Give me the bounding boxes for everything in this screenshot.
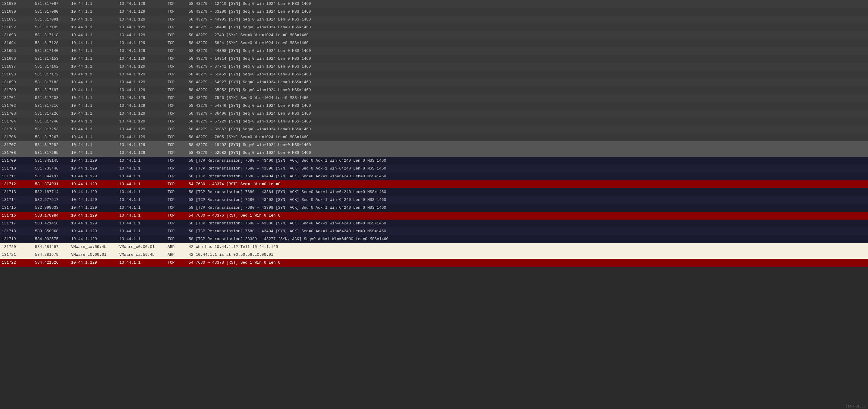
- cell: 58 43279 → 32867 [SYN] Seq=0 Win=1024 Le…: [187, 125, 868, 133]
- table-row[interactable]: 131703581.31722610.44.1.110.44.1.129TCP5…: [0, 110, 868, 118]
- table-row[interactable]: 131712581.87493110.44.1.12910.44.1.1TCP5…: [0, 180, 868, 188]
- cell: 10.44.1.1: [118, 173, 166, 180]
- table-row[interactable]: 131693581.31711810.44.1.110.44.1.129TCP5…: [0, 31, 868, 39]
- cell: 581.317153: [33, 55, 69, 63]
- cell: TCP: [166, 188, 187, 196]
- cell: 54 7680 → 43376 [RST] Seq=1 Win=0 Len=0: [187, 212, 868, 220]
- cell: 131703: [0, 110, 33, 118]
- table-row[interactable]: 131702581.31721610.44.1.110.44.1.129TCP5…: [0, 102, 868, 110]
- cell: 584.281497: [33, 243, 69, 251]
- table-row[interactable]: 131707581.31728210.44.1.110.44.1.129TCP5…: [0, 141, 868, 149]
- cell: 10.44.1.1: [118, 235, 166, 243]
- table-row[interactable]: 131710581.73344610.44.1.12910.44.1.1TCP5…: [0, 165, 868, 173]
- cell: 10.44.1.129: [118, 55, 166, 63]
- cell: 10.44.1.1: [69, 0, 118, 8]
- table-row[interactable]: 131696581.31715310.44.1.110.44.1.129TCP5…: [0, 55, 868, 63]
- cell: 10.44.1.129: [118, 94, 166, 102]
- cell: 10.44.1.1: [118, 157, 166, 165]
- table-row[interactable]: 131719584.09257510.44.1.12910.44.1.1TCP5…: [0, 235, 868, 243]
- cell: 131698: [0, 70, 33, 79]
- cell: 10.44.1.1: [69, 118, 118, 125]
- cell: 131689: [0, 0, 33, 8]
- table-row[interactable]: 131711581.84419710.44.1.12910.44.1.1TCP5…: [0, 173, 868, 180]
- cell: 10.44.1.1: [118, 180, 166, 188]
- table-row[interactable]: 131699581.31718310.44.1.110.44.1.129TCP5…: [0, 79, 868, 86]
- table-row[interactable]: 131698581.31717210.44.1.110.44.1.129TCP5…: [0, 70, 868, 79]
- table-row[interactable]: 131700581.31719710.44.1.110.44.1.129TCP5…: [0, 86, 868, 94]
- table-row[interactable]: 131692581.31710510.44.1.110.44.1.129TCP5…: [0, 24, 868, 31]
- cell: 131690: [0, 8, 33, 16]
- cell: 58 [TCP Retransmission] 7680 → 43400 [SY…: [187, 157, 868, 165]
- cell: 581.317118: [33, 31, 69, 39]
- cell: ARP: [166, 243, 187, 251]
- cell: 10.44.1.129: [118, 86, 166, 94]
- table-row[interactable]: 131717583.42141610.44.1.12910.44.1.1TCP5…: [0, 220, 868, 227]
- cell: 581.317183: [33, 79, 69, 86]
- cell: 131701: [0, 94, 33, 102]
- cell: 581.317140: [33, 47, 69, 55]
- cell: 581.317240: [33, 118, 69, 125]
- cell: 58 43279 → 35952 [SYN] Seq=0 Win=1024 Le…: [187, 86, 868, 94]
- table-row[interactable]: 131716583.17098410.44.1.12910.44.1.1TCP5…: [0, 212, 868, 220]
- table-row[interactable]: 131709581.34314510.44.1.12910.44.1.1TCP5…: [0, 157, 868, 165]
- cell: 10.44.1.1: [69, 94, 118, 102]
- cell: 10.44.1.129: [118, 70, 166, 79]
- cell: TCP: [166, 94, 187, 102]
- packet-table: 131689581.31706710.44.1.110.44.1.129TCP5…: [0, 0, 868, 267]
- table-row[interactable]: 131718583.85896810.44.1.12910.44.1.1TCP5…: [0, 227, 868, 235]
- table-row[interactable]: 131701581.31720810.44.1.110.44.1.129TCP5…: [0, 94, 868, 102]
- cell: 131697: [0, 63, 33, 70]
- table-row[interactable]: 131713582.18771410.44.1.12910.44.1.1TCP5…: [0, 188, 868, 196]
- cell: 583.421416: [33, 220, 69, 227]
- cell: 131721: [0, 251, 33, 259]
- cell: 58 [TCP Retransmission] 23389 → 43277 [S…: [187, 235, 868, 243]
- cell: 10.44.1.1: [118, 212, 166, 220]
- table-row[interactable]: 131706581.31726710.44.1.110.44.1.129TCP5…: [0, 133, 868, 141]
- table-row[interactable]: 131708581.31729510.44.1.110.44.1.129TCP5…: [0, 149, 868, 157]
- table-row[interactable]: 131694581.31712810.44.1.110.44.1.129TCP5…: [0, 39, 868, 47]
- table-row[interactable]: 131705581.31725310.44.1.110.44.1.129TCP5…: [0, 125, 868, 133]
- table-row[interactable]: 131720584.281497VMware_ca:59:4bVMware_c0…: [0, 243, 868, 251]
- table-row[interactable]: 131691581.31709110.44.1.110.44.1.129TCP5…: [0, 16, 868, 24]
- table-row[interactable]: 131721584.281679VMware_c0:00:01VMware_ca…: [0, 251, 868, 259]
- cell: 58 43279 → 37742 [SYN] Seq=0 Win=1024 Le…: [187, 63, 868, 70]
- table-row[interactable]: 131690581.31708010.44.1.110.44.1.129TCP5…: [0, 8, 868, 16]
- cell: 54 7680 → 43378 [RST] Seq=1 Win=0 Len=0: [187, 259, 868, 267]
- table-row[interactable]: 131704581.31724010.44.1.110.44.1.129TCP5…: [0, 118, 868, 125]
- cell: TCP: [166, 24, 187, 31]
- table-row[interactable]: 131714582.57751710.44.1.12910.44.1.1TCP5…: [0, 196, 868, 204]
- cell: 581.317282: [33, 141, 69, 149]
- cell: 581.317216: [33, 102, 69, 110]
- cell: 10.44.1.129: [118, 8, 166, 16]
- table-row[interactable]: 131695581.31714010.44.1.110.44.1.129TCP5…: [0, 47, 868, 55]
- table-row[interactable]: 131715582.99963310.44.1.12910.44.1.1TCP5…: [0, 204, 868, 212]
- table-row[interactable]: 131697581.31716210.44.1.110.44.1.129TCP5…: [0, 63, 868, 70]
- cell: 581.317128: [33, 39, 69, 47]
- cell: 581.317080: [33, 8, 69, 16]
- cell: 131705: [0, 125, 33, 133]
- cell: 10.44.1.129: [118, 39, 166, 47]
- cell: TCP: [166, 141, 187, 149]
- cell: 581.874931: [33, 180, 69, 188]
- cell: 58 [TCP Retransmission] 7680 → 43402 [SY…: [187, 196, 868, 204]
- table-row[interactable]: 131722584.42152610.44.1.12910.44.1.1TCP5…: [0, 259, 868, 267]
- cell: 582.187714: [33, 188, 69, 196]
- cell: VMware_ca:59:4b: [118, 251, 166, 259]
- cell: 584.421526: [33, 259, 69, 267]
- cell: 131696: [0, 55, 33, 63]
- cell: 10.44.1.129: [69, 227, 118, 235]
- cell: 131694: [0, 39, 33, 47]
- cell: 581.317295: [33, 149, 69, 157]
- cell: 58 43279 → 14814 [SYN] Seq=0 Win=1024 Le…: [187, 55, 868, 63]
- cell: 58 [TCP Retransmission] 7680 → 43404 [SY…: [187, 227, 868, 235]
- cell: 10.44.1.129: [118, 118, 166, 125]
- cell: 131715: [0, 204, 33, 212]
- cell: 582.577517: [33, 196, 69, 204]
- cell: 131706: [0, 133, 33, 141]
- table-row[interactable]: 131689581.31706710.44.1.110.44.1.129TCP5…: [0, 0, 868, 8]
- cell: 10.44.1.129: [118, 125, 166, 133]
- cell: 131704: [0, 118, 33, 125]
- cell: 581.317197: [33, 86, 69, 94]
- cell: 58 43279 → 7805 [SYN] Seq=0 Win=1024 Len…: [187, 133, 868, 141]
- cell: 581.317208: [33, 94, 69, 102]
